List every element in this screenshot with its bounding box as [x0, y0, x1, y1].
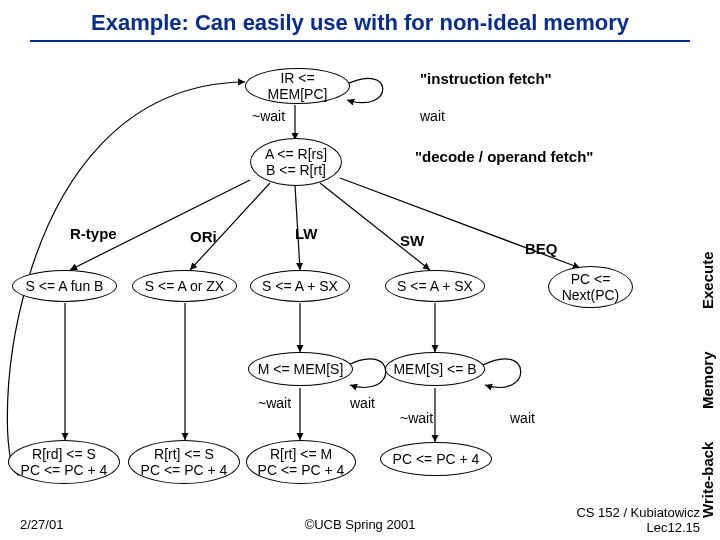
- node-wb-rtype-b: PC <= PC + 4: [21, 462, 108, 478]
- label-lw: LW: [295, 225, 318, 242]
- node-wb-rtype: R[rd] <= S PC <= PC + 4: [8, 440, 120, 484]
- node-wb-ori-a: R[rt] <= S: [154, 446, 214, 462]
- footer-right-2: Lec12.15: [647, 520, 701, 535]
- node-exec-lw: S <= A + SX: [250, 270, 350, 302]
- node-mem-lw-text: M <= MEM[S]: [258, 361, 344, 377]
- stage-memory: Memory: [699, 340, 716, 420]
- label-wait-top: wait: [420, 108, 445, 124]
- node-decode-b: B <= R[rt]: [266, 162, 326, 178]
- node-wb-ori: R[rt] <= S PC <= PC + 4: [128, 440, 240, 484]
- node-wb-lw: R[rt] <= M PC <= PC + 4: [246, 440, 356, 484]
- label-ori: ORi: [190, 228, 217, 245]
- node-mem-lw: M <= MEM[S]: [248, 352, 353, 386]
- node-wb-lw-a: R[rt] <= M: [270, 446, 332, 462]
- label-nwait-lw: ~wait: [258, 395, 291, 411]
- node-mem-sw-text: MEM[S] <= B: [393, 361, 476, 377]
- node-exec-lw-text: S <= A + SX: [262, 278, 338, 294]
- node-wb-lw-b: PC <= PC + 4: [258, 462, 345, 478]
- node-mem-sw: MEM[S] <= B: [385, 352, 485, 386]
- node-wb-sw: PC <= PC + 4: [380, 442, 492, 476]
- node-wb-ori-b: PC <= PC + 4: [141, 462, 228, 478]
- node-ifetch: IR <= MEM[PC]: [245, 68, 350, 104]
- node-wb-rtype-a: R[rd] <= S: [32, 446, 96, 462]
- label-nwait-sw: ~wait: [400, 410, 433, 426]
- footer-right-1: CS 152 / Kubiatowicz: [576, 505, 700, 520]
- node-exec-ori-text: S <= A or ZX: [145, 278, 224, 294]
- node-decode-a: A <= R[rs]: [265, 146, 327, 162]
- node-exec-rtype-text: S <= A fun B: [26, 278, 104, 294]
- footer-right: CS 152 / Kubiatowicz Lec12.15: [576, 506, 700, 536]
- node-exec-ori: S <= A or ZX: [132, 270, 237, 302]
- label-beq: BEQ: [525, 240, 558, 257]
- label-wait-sw: wait: [510, 410, 535, 426]
- label-wait-lw: wait: [350, 395, 375, 411]
- node-exec-rtype: S <= A fun B: [12, 270, 117, 302]
- node-exec-beq-b: Next(PC): [562, 287, 620, 303]
- label-sw: SW: [400, 232, 424, 249]
- svg-line-2: [190, 183, 270, 270]
- node-exec-sw: S <= A + SX: [385, 270, 485, 302]
- node-exec-beq: PC <= Next(PC): [548, 266, 633, 308]
- node-ifetch-text: IR <= MEM[PC]: [250, 70, 345, 102]
- page-title: Example: Can easily use with for non-ide…: [0, 10, 720, 36]
- svg-line-4: [320, 183, 430, 270]
- node-wb-sw-text: PC <= PC + 4: [393, 451, 480, 467]
- label-nwait-top: ~wait: [252, 108, 285, 124]
- node-exec-beq-a: PC <=: [571, 271, 611, 287]
- label-decode: "decode / operand fetch": [415, 148, 593, 165]
- label-ifetch: "instruction fetch": [420, 70, 552, 87]
- node-exec-sw-text: S <= A + SX: [397, 278, 473, 294]
- node-decode: A <= R[rs] B <= R[rt]: [250, 138, 342, 186]
- label-rtype: R-type: [70, 225, 117, 242]
- stage-writeback: Write-back: [699, 430, 716, 530]
- title-underline: [30, 40, 690, 42]
- stage-execute: Execute: [699, 240, 716, 320]
